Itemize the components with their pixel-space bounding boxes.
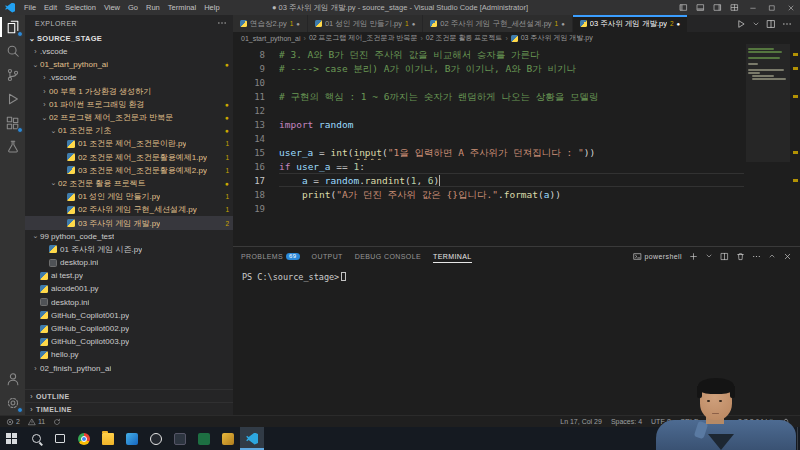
tree-folder[interactable]: ⌄02 조건문 활용 프로젝트● [25, 177, 233, 190]
taskbar-start[interactable] [0, 427, 24, 450]
status-item-sync[interactable] [53, 418, 61, 426]
activity-explorer[interactable] [0, 15, 25, 39]
menu-edit[interactable]: Edit [40, 3, 61, 12]
tree-folder[interactable]: ›00 부록 1 가상환경 생성하기 [25, 85, 233, 98]
tree-file[interactable]: 02 주사위 게임 구현_세션설계.py1 [25, 203, 233, 216]
tree-file[interactable]: hello.py [25, 348, 233, 361]
editor-tab[interactable]: 02 주사위 게임 구현_세션설계.py1● [423, 15, 573, 32]
breadcrumb-item[interactable]: 02 프로그램 제어_조건문과 반복문 [309, 33, 418, 43]
layout-custom-icon[interactable] [726, 3, 743, 12]
panel-tab-output[interactable]: OUTPUT [312, 247, 343, 265]
chevron-down-icon[interactable] [752, 20, 760, 28]
menu-file[interactable]: File [20, 3, 40, 12]
editor-tab[interactable]: 연습장2.py1● [233, 15, 308, 32]
timeline-section[interactable]: › TIMELINE [25, 402, 233, 415]
editor-tab[interactable]: 01 성인 게임 만들기.py1● [308, 15, 423, 32]
status-item-warning[interactable]: 11 [28, 418, 45, 426]
activity-testing[interactable] [0, 135, 25, 159]
status-item[interactable]: Python [707, 418, 729, 425]
tray-tray-chevron-up[interactable] [762, 430, 772, 448]
shell-selector[interactable]: powershell [633, 252, 682, 261]
tree-file[interactable]: desktop.ini [25, 256, 233, 269]
tree-file[interactable]: 03 주사위 게임 개발.py2 [25, 216, 233, 229]
breadcrumb-item[interactable]: 02 조건문 활용 프로젝트 [426, 33, 503, 43]
activity-accounts[interactable] [0, 367, 25, 391]
code-editor[interactable]: 8# 3. A와 B가 던진 주사위 값을 비교해서 승자를 가른다9# ---… [233, 44, 800, 246]
tree-file[interactable]: ai test.py [25, 269, 233, 282]
minimize-button[interactable] [743, 0, 762, 15]
tray-action-center[interactable] [780, 430, 790, 448]
tree-folder[interactable]: ⌄01_start_python_ai● [25, 58, 233, 71]
dirty-indicator-icon[interactable]: ● [677, 21, 681, 27]
run-icon[interactable] [736, 19, 746, 29]
dirty-indicator-icon[interactable]: ● [561, 21, 565, 27]
tree-file[interactable]: desktop.ini [25, 296, 233, 309]
dirty-indicator-icon[interactable]: ● [296, 21, 300, 27]
close-icon[interactable] [783, 252, 792, 261]
status-item-bell[interactable] [782, 418, 790, 426]
menu-run[interactable]: Run [142, 3, 164, 12]
breadcrumb-item[interactable]: 03 주사위 게임 개발.py [521, 33, 593, 43]
outline-section[interactable]: › OUTLINE [25, 389, 233, 402]
taskbar-file-explorer[interactable] [96, 427, 120, 450]
more-icon[interactable] [752, 252, 761, 261]
panel-tab-terminal[interactable]: TERMINAL [433, 247, 472, 265]
dirty-indicator-icon[interactable]: ● [412, 21, 416, 27]
explorer-more-actions-icon[interactable] [217, 18, 227, 28]
status-item[interactable]: 3.7.3 64-bit [738, 418, 773, 425]
chevron-up-icon[interactable] [768, 252, 776, 260]
menu-terminal[interactable]: Terminal [164, 3, 200, 12]
layout-sidebar-right-icon[interactable] [709, 3, 726, 12]
status-item[interactable]: Ln 17, Col 29 [560, 418, 602, 425]
tree-file[interactable]: 03 조건문 제어_조건문활용예제2.py1 [25, 164, 233, 177]
tree-file[interactable]: GitHub_Copilot001.py [25, 309, 233, 322]
menu-view[interactable]: View [100, 3, 124, 12]
tree-folder[interactable]: ›01 파이썬 프로그래밍 환경● [25, 98, 233, 111]
split-editor-icon[interactable] [720, 252, 729, 261]
layout-sidebar-icon[interactable] [675, 3, 692, 12]
taskbar-vscode[interactable] [240, 427, 264, 450]
chevron-down-icon[interactable] [705, 252, 713, 260]
minimap-slider[interactable] [746, 44, 790, 162]
status-item-error[interactable]: 2 [6, 418, 20, 426]
tree-file[interactable]: GitHub_Copilot003.py [25, 335, 233, 348]
taskbar-chrome[interactable] [72, 427, 96, 450]
activity-run-and-debug[interactable] [0, 87, 25, 111]
close-button[interactable] [781, 0, 800, 15]
status-item[interactable]: CRLF [680, 418, 698, 425]
taskbar-messenger[interactable] [168, 427, 192, 450]
panel-tab-problems[interactable]: PROBLEMS69 [241, 247, 300, 265]
status-item[interactable]: UTF-8 [651, 418, 671, 425]
activity-manage[interactable] [0, 391, 25, 415]
activity-source-control[interactable] [0, 63, 25, 87]
status-item[interactable]: Spaces: 4 [611, 418, 642, 425]
tree-file[interactable]: 02 조건문 제어_조건문활용예제1.py1 [25, 151, 233, 164]
workspace-root-row[interactable]: ⌄ SOURCE_STAGE [25, 31, 233, 45]
taskbar-task-view[interactable] [48, 427, 72, 450]
menu-help[interactable]: Help [200, 3, 223, 12]
menu-selection[interactable]: Selection [61, 3, 100, 12]
split-editor-icon[interactable] [766, 19, 776, 29]
taskbar-search[interactable] [24, 427, 48, 450]
taskbar-excel[interactable] [192, 427, 216, 450]
taskbar-obs[interactable] [144, 427, 168, 450]
tree-file[interactable]: 01 조건문 제어_조건문이란.py1 [25, 137, 233, 150]
activity-extensions[interactable] [0, 111, 25, 135]
terminal[interactable]: PS C:\source_stage> [233, 265, 800, 415]
more-icon[interactable] [782, 19, 792, 29]
breadcrumb-item[interactable]: 01_start_python_ai [241, 35, 301, 42]
activity-search[interactable] [0, 39, 25, 63]
minimap[interactable] [746, 44, 790, 246]
trash-icon[interactable] [736, 252, 745, 261]
editor-tab[interactable]: 03 주사위 게임 개발.py2● [573, 15, 688, 32]
layout-panel-icon[interactable] [692, 3, 709, 12]
tree-file[interactable]: 01 주사위 게임 시즌.py [25, 243, 233, 256]
maximize-button[interactable] [762, 0, 781, 15]
panel-tab-debug-console[interactable]: DEBUG CONSOLE [355, 247, 421, 265]
tree-folder[interactable]: ⌄02 프로그램 제어_조건문과 반복문● [25, 111, 233, 124]
menu-go[interactable]: Go [124, 3, 142, 12]
tree-folder[interactable]: ›02_finish_python_ai [25, 362, 233, 375]
taskbar-photos[interactable] [120, 427, 144, 450]
tree-file[interactable]: 01 성인 게임 만들기.py1 [25, 190, 233, 203]
tree-folder[interactable]: ⌄01 조건문 기초● [25, 124, 233, 137]
